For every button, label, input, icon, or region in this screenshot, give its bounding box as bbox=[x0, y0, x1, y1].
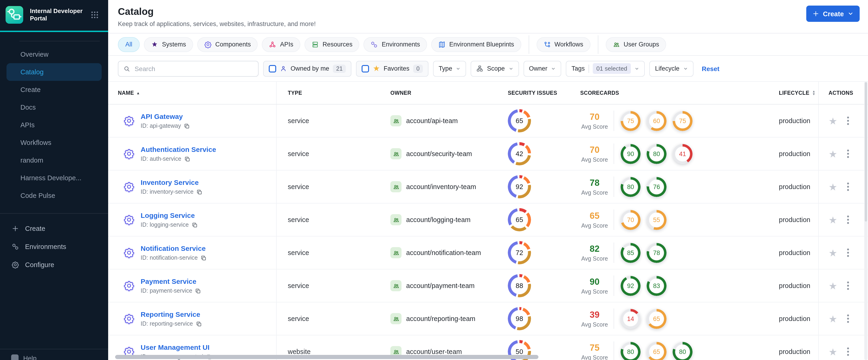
owner-name[interactable]: account/security-team bbox=[406, 150, 472, 157]
favorite-star-icon[interactable]: ★ bbox=[829, 215, 837, 224]
sidebar-item-overview[interactable]: Overview bbox=[0, 46, 108, 63]
security-issues-donut[interactable]: 92 bbox=[508, 175, 531, 198]
sidebar-item-workflows[interactable]: Workflows bbox=[0, 134, 108, 151]
copy-id-icon[interactable] bbox=[196, 321, 202, 327]
tab-workflows[interactable]: Workflows bbox=[536, 37, 590, 52]
tab-user-groups[interactable]: User Groups bbox=[606, 37, 666, 52]
component-name-link[interactable]: Authentication Service bbox=[141, 145, 216, 153]
scorecard-ring[interactable]: 75 bbox=[621, 111, 641, 131]
sidebar-item-configure[interactable]: Configure bbox=[0, 256, 108, 274]
favorite-star-icon[interactable]: ★ bbox=[829, 182, 837, 191]
scorecard-ring[interactable]: 80 bbox=[673, 342, 692, 360]
security-issues-donut[interactable]: 72 bbox=[508, 241, 531, 264]
sidebar-item-code-pulse[interactable]: Code Pulse bbox=[0, 187, 108, 204]
vertical-scrollbar[interactable] bbox=[864, 81, 868, 360]
scorecard-ring[interactable]: 65 bbox=[647, 342, 666, 360]
tab-resources[interactable]: Resources bbox=[305, 37, 360, 52]
copy-id-icon[interactable] bbox=[200, 255, 207, 261]
scorecard-ring[interactable]: 80 bbox=[647, 144, 666, 164]
sidebar-item-apis[interactable]: APIs bbox=[0, 116, 108, 134]
security-issues-donut[interactable]: 65 bbox=[508, 208, 531, 231]
component-name-link[interactable]: Reporting Service bbox=[141, 310, 202, 318]
scorecard-ring[interactable]: 55 bbox=[647, 210, 666, 230]
owner-name[interactable]: account/logging-team bbox=[406, 216, 470, 223]
favorite-star-icon[interactable]: ★ bbox=[829, 281, 837, 291]
sidebar-item-create[interactable]: Create bbox=[0, 81, 108, 98]
component-name-link[interactable]: API Gateway bbox=[141, 112, 190, 120]
component-name-link[interactable]: Notification Service bbox=[141, 244, 207, 252]
column-header-name[interactable]: NAME ▲ bbox=[108, 82, 277, 104]
vertical-scrollbar-thumb[interactable] bbox=[865, 82, 867, 221]
create-button[interactable]: Create bbox=[806, 6, 860, 22]
tags-filter-dropdown[interactable]: Tags 01 selected bbox=[566, 61, 645, 77]
search-box[interactable] bbox=[118, 61, 258, 77]
security-issues-donut[interactable]: 42 bbox=[508, 142, 531, 166]
sidebar-item-environments[interactable]: Environments bbox=[0, 237, 108, 256]
scope-filter-dropdown[interactable]: Scope bbox=[471, 61, 519, 77]
component-name-link[interactable]: User Management UI bbox=[141, 343, 212, 351]
copy-id-icon[interactable] bbox=[196, 189, 203, 195]
scorecard-ring[interactable]: 60 bbox=[647, 111, 666, 131]
kebab-menu-icon[interactable] bbox=[845, 280, 851, 292]
component-name-link[interactable]: Inventory Service bbox=[141, 178, 203, 186]
sidebar-item-help[interactable]: Help bbox=[11, 354, 108, 360]
scorecard-ring[interactable]: 85 bbox=[621, 243, 641, 263]
scorecard-ring[interactable]: 65 bbox=[647, 309, 666, 329]
favorite-star-icon[interactable]: ★ bbox=[829, 314, 837, 324]
owner-name[interactable]: account/notification-team bbox=[406, 249, 481, 257]
type-filter-dropdown[interactable]: Type bbox=[433, 61, 466, 77]
sidebar-item-catalog[interactable]: Catalog bbox=[6, 63, 102, 81]
security-issues-donut[interactable]: 65 bbox=[508, 109, 531, 132]
copy-id-icon[interactable] bbox=[191, 222, 197, 228]
scorecard-ring[interactable]: 70 bbox=[621, 210, 641, 230]
kebab-menu-icon[interactable] bbox=[845, 148, 851, 160]
scorecard-ring[interactable]: 80 bbox=[621, 342, 641, 360]
tab-components[interactable]: Components bbox=[197, 37, 258, 52]
copy-id-icon[interactable] bbox=[184, 156, 190, 162]
reset-filters-button[interactable]: Reset bbox=[702, 65, 719, 72]
kebab-menu-icon[interactable] bbox=[845, 247, 851, 259]
security-issues-donut[interactable]: 88 bbox=[508, 274, 531, 297]
kebab-menu-icon[interactable] bbox=[845, 214, 851, 226]
tab-environments[interactable]: Environments bbox=[364, 37, 427, 52]
column-header-lifecycle[interactable]: LIFECYCLE ▲▼ bbox=[766, 82, 818, 104]
component-name-link[interactable]: Payment Service bbox=[141, 277, 201, 285]
copy-id-icon[interactable] bbox=[195, 288, 201, 294]
component-name-link[interactable]: Logging Service bbox=[141, 211, 197, 219]
tab-all[interactable]: All bbox=[118, 37, 140, 52]
horizontal-scrollbar-thumb[interactable] bbox=[115, 355, 538, 359]
favorites-checkbox[interactable] bbox=[362, 65, 369, 72]
tab-apis[interactable]: APIs bbox=[262, 37, 300, 52]
scorecard-ring[interactable]: 90 bbox=[621, 144, 641, 164]
owner-name[interactable]: account/inventory-team bbox=[406, 183, 476, 190]
scorecard-ring[interactable]: 92 bbox=[621, 276, 641, 296]
favorite-star-icon[interactable]: ★ bbox=[829, 347, 837, 357]
scorecard-ring[interactable]: 41 bbox=[673, 144, 692, 164]
owner-filter-dropdown[interactable]: Owner bbox=[523, 61, 561, 77]
search-input[interactable] bbox=[134, 64, 253, 73]
tab-systems[interactable]: Systems bbox=[144, 37, 193, 52]
sidebar-item-docs[interactable]: Docs bbox=[0, 98, 108, 116]
owned-by-me-checkbox[interactable] bbox=[269, 65, 276, 72]
lifecycle-filter-dropdown[interactable]: Lifecycle bbox=[650, 61, 693, 77]
favorite-star-icon[interactable]: ★ bbox=[829, 248, 837, 258]
scorecard-ring[interactable]: 80 bbox=[621, 177, 641, 197]
scorecard-ring[interactable]: 78 bbox=[647, 243, 666, 263]
sidebar-item-create[interactable]: Create bbox=[0, 219, 108, 237]
favorite-star-icon[interactable]: ★ bbox=[829, 116, 837, 126]
kebab-menu-icon[interactable] bbox=[845, 181, 851, 193]
owner-name[interactable]: account/reporting-team bbox=[406, 315, 475, 322]
sidebar-item-harness-develope[interactable]: Harness Develope... bbox=[0, 169, 108, 187]
app-logo[interactable] bbox=[6, 6, 23, 24]
copy-id-icon[interactable] bbox=[184, 123, 190, 129]
security-issues-donut[interactable]: 98 bbox=[508, 307, 531, 330]
owner-name[interactable]: account/api-team bbox=[406, 117, 458, 124]
scorecard-ring[interactable]: 14 bbox=[621, 309, 641, 329]
scorecard-ring[interactable]: 75 bbox=[673, 111, 692, 131]
favorites-filter[interactable]: ★ Favorites 0 bbox=[356, 61, 428, 77]
owner-name[interactable]: account/user-team bbox=[406, 348, 462, 355]
owned-by-me-filter[interactable]: Owned by me 21 bbox=[263, 61, 351, 77]
scorecard-ring[interactable]: 76 bbox=[647, 177, 666, 197]
tab-environment-blueprints[interactable]: Environment Blueprints bbox=[431, 37, 521, 52]
kebab-menu-icon[interactable] bbox=[845, 312, 851, 325]
